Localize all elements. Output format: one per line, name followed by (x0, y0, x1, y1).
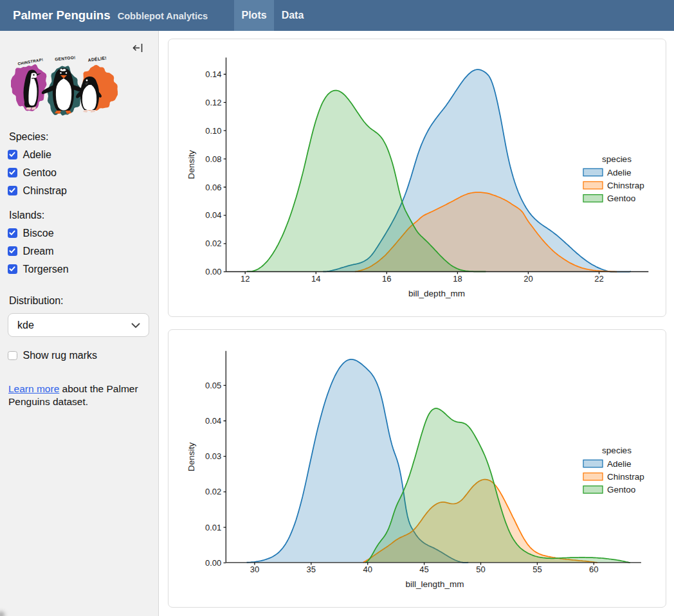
svg-text:0.02: 0.02 (205, 487, 221, 496)
svg-text:Chinstrap: Chinstrap (607, 181, 644, 190)
svg-text:45: 45 (419, 565, 428, 574)
svg-text:0.01: 0.01 (205, 523, 221, 532)
svg-text:0.10: 0.10 (205, 126, 221, 136)
svg-text:Adelie: Adelie (607, 168, 632, 177)
svg-text:Gentoo: Gentoo (607, 485, 635, 494)
svg-text:0.04: 0.04 (205, 416, 221, 426)
svg-text:ADÉLIE!: ADÉLIE! (87, 55, 107, 62)
svg-text:14: 14 (311, 274, 320, 284)
svg-text:35: 35 (306, 565, 315, 574)
svg-text:Adelie: Adelie (607, 459, 632, 469)
svg-text:12: 12 (240, 274, 249, 284)
svg-text:0.14: 0.14 (205, 69, 221, 79)
svg-text:60: 60 (589, 565, 598, 574)
svg-text:0.05: 0.05 (205, 381, 221, 390)
svg-text:20: 20 (524, 274, 533, 284)
svg-text:Density: Density (187, 442, 196, 471)
svg-text:bill_depth_mm: bill_depth_mm (408, 289, 465, 298)
svg-text:0.08: 0.08 (205, 154, 221, 164)
svg-text:16: 16 (382, 274, 391, 284)
svg-text:0.06: 0.06 (205, 183, 221, 192)
svg-text:Gentoo: Gentoo (607, 194, 635, 203)
svg-text:bill_length_mm: bill_length_mm (405, 579, 464, 589)
svg-text:22: 22 (594, 274, 603, 284)
svg-text:CHINSTRAP!: CHINSTRAP! (17, 58, 43, 66)
svg-text:GENTOO!: GENTOO! (55, 55, 76, 61)
svg-text:Density: Density (187, 150, 196, 179)
svg-text:55: 55 (533, 565, 542, 574)
svg-text:0.03: 0.03 (205, 451, 221, 461)
svg-text:0.02: 0.02 (205, 239, 221, 248)
svg-text:30: 30 (250, 565, 259, 574)
svg-text:0.00: 0.00 (205, 558, 221, 568)
svg-text:0.00: 0.00 (205, 267, 221, 276)
svg-text:species: species (602, 154, 632, 164)
svg-text:0.12: 0.12 (205, 98, 221, 107)
svg-text:0.04: 0.04 (205, 210, 221, 220)
svg-text:18: 18 (453, 274, 462, 284)
svg-text:Chinstrap: Chinstrap (607, 472, 644, 482)
svg-text:40: 40 (363, 565, 372, 574)
svg-text:50: 50 (476, 565, 485, 574)
svg-text:species: species (602, 446, 632, 455)
